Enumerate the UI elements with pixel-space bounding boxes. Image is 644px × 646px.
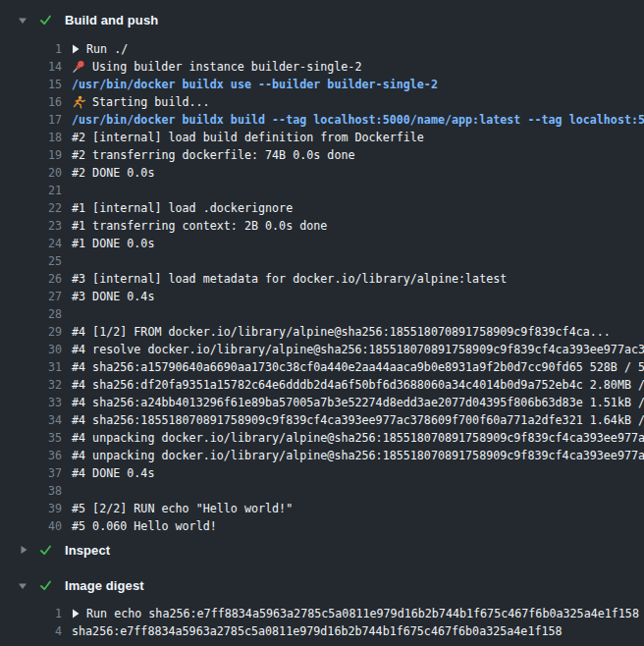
log-text-content: Run ./ bbox=[86, 40, 128, 58]
log-text: #5 0.060 Hello world! bbox=[72, 517, 217, 535]
line-number[interactable]: 39 bbox=[0, 500, 62, 517]
line-number[interactable]: 28 bbox=[0, 305, 62, 323]
line-number[interactable]: 27 bbox=[0, 288, 62, 305]
section-title: Build and push bbox=[65, 13, 158, 27]
chevron-down-icon[interactable] bbox=[18, 580, 27, 590]
run-group-toggle-icon[interactable] bbox=[72, 609, 80, 619]
log-line: 40#5 0.060 Hello world! bbox=[0, 517, 644, 535]
log-text[interactable]: Run echo sha256:e7ff8834a5963a2785c5a081… bbox=[72, 605, 639, 622]
log-line: 39#5 [2/2] RUN echo "Hello world!" bbox=[0, 500, 644, 517]
line-number[interactable]: 20 bbox=[0, 164, 62, 182]
log-text: #3 DONE 0.4s bbox=[72, 288, 154, 305]
log-text-content: #4 [1/2] FROM docker.io/library/alpine@s… bbox=[72, 323, 611, 341]
log-line: 16Starting build... bbox=[0, 93, 644, 111]
section-header-build-and-push[interactable]: Build and push bbox=[0, 11, 644, 28]
section-header-image-digest[interactable]: Image digest bbox=[0, 576, 644, 594]
log-text-content: Run echo sha256:e7ff8834a5963a2785c5a081… bbox=[86, 605, 639, 622]
chevron-right-icon[interactable] bbox=[18, 545, 27, 555]
log-line: 22#1 [internal] load .dockerignore bbox=[0, 199, 644, 217]
run-group-toggle-icon[interactable] bbox=[72, 44, 80, 54]
log-text: #4 sha256:df20fa9351a15782c64e6dddb2d4a6… bbox=[72, 376, 644, 394]
log-line: 29#4 [1/2] FROM docker.io/library/alpine… bbox=[0, 323, 644, 341]
log-text: #2 [internal] load build definition from… bbox=[72, 129, 424, 146]
log-line: 20#2 DONE 0.0s bbox=[0, 164, 644, 182]
section-build-and-push: Build and push1Run ./14Using builder ins… bbox=[0, 11, 644, 535]
log-line: 19#2 transferring dockerfile: 74B 0.0s d… bbox=[0, 146, 644, 164]
line-number[interactable]: 16 bbox=[0, 93, 62, 111]
log-text: #1 transferring context: 2B 0.0s done bbox=[72, 217, 327, 235]
log-line: 28 bbox=[0, 305, 644, 323]
log-text[interactable]: Run ./ bbox=[72, 40, 128, 58]
line-number[interactable]: 40 bbox=[0, 517, 62, 535]
chevron-down-icon[interactable] bbox=[18, 15, 27, 25]
log-line: 1Run ./ bbox=[0, 40, 644, 58]
check-icon bbox=[39, 579, 52, 592]
log-text: #5 [2/2] RUN echo "Hello world!" bbox=[72, 500, 293, 517]
log-text-content: #1 transferring context: 2B 0.0s done bbox=[72, 217, 327, 235]
log-line: 34#4 sha256:185518070891758909c9f839cf4c… bbox=[0, 411, 644, 429]
line-number[interactable]: 18 bbox=[0, 129, 62, 146]
log-text-content: #3 [internal] load metadata for docker.i… bbox=[72, 270, 507, 288]
section-image-digest: Image digest1Run echo sha256:e7ff8834a59… bbox=[0, 576, 644, 640]
line-number[interactable]: 24 bbox=[0, 235, 62, 252]
log-text-content: Starting build... bbox=[92, 93, 210, 111]
line-number[interactable]: 1 bbox=[0, 40, 62, 58]
log-text: #4 unpacking docker.io/library/alpine@sh… bbox=[72, 429, 644, 447]
log-text-content: #2 [internal] load build definition from… bbox=[72, 129, 424, 146]
log-line: 23#1 transferring context: 2B 0.0s done bbox=[0, 217, 644, 235]
log-lines-image-digest: 1Run echo sha256:e7ff8834a5963a2785c5a08… bbox=[0, 605, 644, 640]
line-number[interactable]: 1 bbox=[0, 605, 62, 622]
log-text-content: #3 DONE 0.4s bbox=[72, 288, 154, 305]
line-number[interactable]: 21 bbox=[0, 182, 62, 199]
log-text: #4 sha256:185518070891758909c9f839cf4ca3… bbox=[72, 411, 644, 429]
log-text-content: Using builder instance builder-single-2 bbox=[92, 58, 361, 76]
line-number[interactable]: 38 bbox=[0, 482, 62, 500]
line-number[interactable]: 30 bbox=[0, 341, 62, 358]
line-number[interactable]: 23 bbox=[0, 217, 62, 235]
line-number[interactable]: 37 bbox=[0, 464, 62, 482]
line-number[interactable]: 33 bbox=[0, 394, 62, 411]
section-header-inspect[interactable]: Inspect bbox=[0, 541, 644, 559]
line-number[interactable]: 34 bbox=[0, 411, 62, 429]
pushpin-icon bbox=[72, 60, 85, 74]
log-command-text: /usr/bin/docker buildx build --tag local… bbox=[72, 111, 644, 129]
section-inspect: Inspect bbox=[0, 541, 644, 559]
log-line: 37#4 DONE 0.4s bbox=[0, 464, 644, 482]
section-title: Image digest bbox=[65, 578, 144, 593]
line-number[interactable]: 36 bbox=[0, 447, 62, 464]
log-text-content: #4 unpacking docker.io/library/alpine@sh… bbox=[72, 447, 644, 464]
log-line: 31#4 sha256:a15790640a6690aa1730c38cf0a4… bbox=[0, 358, 644, 376]
line-number[interactable]: 25 bbox=[0, 252, 62, 270]
log-line: 26#3 [internal] load metadata for docker… bbox=[0, 270, 644, 288]
line-number[interactable]: 35 bbox=[0, 429, 62, 447]
log-text-content: #2 transferring dockerfile: 74B 0.0s don… bbox=[72, 146, 355, 164]
check-icon bbox=[39, 544, 52, 557]
line-number[interactable]: 22 bbox=[0, 199, 62, 217]
log-text: #4 sha256:a24bb4013296f61e89ba57005a7b3e… bbox=[72, 394, 644, 411]
line-number[interactable]: 19 bbox=[0, 146, 62, 164]
log-line: 30#4 resolve docker.io/library/alpine@sh… bbox=[0, 341, 644, 358]
line-number[interactable]: 4 bbox=[0, 622, 62, 640]
log-line: 27#3 DONE 0.4s bbox=[0, 288, 644, 305]
log-text-content: #5 [2/2] RUN echo "Hello world!" bbox=[72, 500, 293, 517]
log-line: 32#4 sha256:df20fa9351a15782c64e6dddb2d4… bbox=[0, 376, 644, 394]
log-line: 17/usr/bin/docker buildx build --tag loc… bbox=[0, 111, 644, 129]
log-line: 24#1 DONE 0.0s bbox=[0, 235, 644, 252]
line-number[interactable]: 14 bbox=[0, 58, 62, 76]
line-number[interactable]: 31 bbox=[0, 358, 62, 376]
line-number[interactable]: 32 bbox=[0, 376, 62, 394]
log-line: 14Using builder instance builder-single-… bbox=[0, 58, 644, 76]
log-text-content: #5 0.060 Hello world! bbox=[72, 517, 217, 535]
log-text-content: #4 sha256:df20fa9351a15782c64e6dddb2d4a6… bbox=[72, 376, 644, 394]
log-text: #3 [internal] load metadata for docker.i… bbox=[72, 270, 507, 288]
log-line: 15/usr/bin/docker buildx use --builder b… bbox=[0, 76, 644, 93]
line-number[interactable]: 17 bbox=[0, 111, 62, 129]
line-number[interactable]: 15 bbox=[0, 76, 62, 93]
section-title: Inspect bbox=[65, 543, 110, 558]
line-number[interactable]: 29 bbox=[0, 323, 62, 341]
line-number[interactable]: 26 bbox=[0, 270, 62, 288]
log-command-text: /usr/bin/docker buildx use --builder bui… bbox=[72, 76, 438, 93]
log-text: #4 unpacking docker.io/library/alpine@sh… bbox=[72, 447, 644, 464]
log-text: sha256:e7ff8834a5963a2785c5a0811e979d16b… bbox=[72, 622, 563, 640]
log-text-content: #4 sha256:a15790640a6690aa1730c38cf0a440… bbox=[72, 358, 644, 376]
